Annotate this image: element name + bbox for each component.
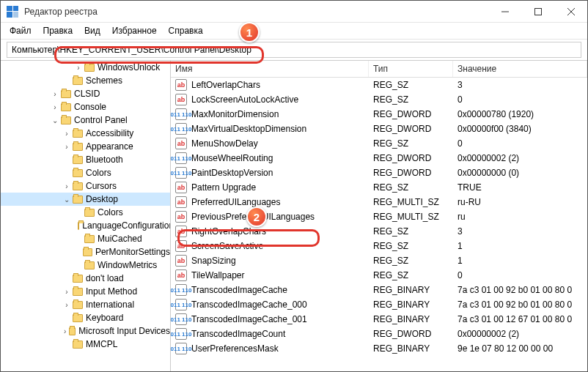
values-pane[interactable]: Имя Тип Значение abLeftOverlapCharsREG_S…	[171, 61, 587, 371]
folder-icon	[73, 156, 83, 164]
menu-favorites[interactable]: Избранное	[108, 24, 161, 37]
tree-item[interactable]: ›CLSID	[1, 87, 170, 100]
value-data: ru-RU	[453, 197, 587, 207]
value-data: 0	[453, 270, 587, 280]
reg-string-icon: ab	[175, 240, 187, 252]
value-row[interactable]: abRightOverlapCharsREG_SZ3	[171, 224, 587, 239]
value-row[interactable]: 011 110PaintDesktopVersionREG_DWORD0x000…	[171, 165, 587, 180]
tree-item[interactable]: ›Appearance	[1, 140, 170, 153]
tree-item[interactable]: ›Keyboard	[1, 311, 170, 324]
value-data: 0x00000780 (1920)	[453, 109, 587, 119]
reg-string-icon: ab	[175, 255, 187, 267]
value-type: REG_SZ	[369, 226, 453, 237]
value-row[interactable]: abLeftOverlapCharsREG_SZ3	[171, 78, 587, 92]
value-type: REG_BINARY	[369, 314, 453, 324]
value-row[interactable]: abPreferredUILanguagesREG_MULTI_SZru-RU	[171, 195, 587, 209]
minimize-button[interactable]	[488, 1, 521, 23]
tree-item[interactable]: ›Colors	[1, 166, 170, 179]
value-row[interactable]: abSnapSizingREG_SZ1	[171, 253, 587, 268]
tree-item-label: Bluetooth	[86, 155, 123, 165]
value-row[interactable]: 011 110TranscodedImageCountREG_DWORD0x00…	[171, 327, 587, 341]
value-data: 3	[453, 226, 587, 237]
tree-item[interactable]: ›don't load	[1, 272, 170, 285]
menu-view[interactable]: Вид	[80, 24, 105, 37]
chevron-down-icon[interactable]: ⌄	[62, 196, 71, 204]
value-type: REG_SZ	[369, 241, 453, 251]
reg-string-icon: ab	[175, 94, 187, 105]
value-type: REG_BINARY	[369, 300, 453, 310]
folder-icon	[61, 116, 71, 124]
value-name: TranscodedImageCache	[191, 285, 287, 295]
tree-item[interactable]: ›Schemes	[1, 74, 170, 87]
menu-file[interactable]: Файл	[5, 24, 36, 37]
value-type: REG_DWORD	[369, 124, 453, 134]
reg-string-icon: ab	[175, 79, 187, 91]
chevron-right-icon[interactable]: ›	[62, 327, 67, 335]
col-type-header[interactable]: Тип	[369, 61, 453, 77]
value-row[interactable]: abPattern UpgradeREG_SZTRUE	[171, 180, 587, 195]
tree-item[interactable]: ›Colors	[1, 206, 170, 219]
value-data: 1	[453, 241, 587, 251]
tree-item[interactable]: ⌄Control Panel	[1, 114, 170, 127]
chevron-right-icon[interactable]: ›	[62, 182, 71, 190]
col-name-header[interactable]: Имя	[171, 61, 369, 77]
reg-binary-icon: 011 110	[175, 284, 187, 296]
tree-item[interactable]: ⌄Desktop	[1, 193, 170, 206]
value-row[interactable]: 011 110TranscodedImageCache_000REG_BINAR…	[171, 297, 587, 312]
chevron-right-icon[interactable]: ›	[51, 103, 59, 111]
tree-item-label: Console	[74, 102, 106, 112]
tree-item[interactable]: ›LanguageConfiguration	[1, 219, 170, 232]
value-row[interactable]: 011 110MouseWheelRoutingREG_DWORD0x00000…	[171, 151, 587, 165]
reg-string-icon: ab	[175, 226, 187, 237]
tree-item[interactable]: ›Accessibility	[1, 127, 170, 140]
value-row[interactable]: abMenuShowDelayREG_SZ0	[171, 136, 587, 151]
tree-item-label: Desktop	[86, 194, 118, 204]
reg-binary-icon: 011 110	[175, 343, 187, 354]
value-row[interactable]: abPreviousPreferredUILanguagesREG_MULTI_…	[171, 209, 587, 224]
value-data: TRUE	[453, 182, 587, 193]
value-row[interactable]: 011 110UserPreferencesMaskREG_BINARY9e 1…	[171, 341, 587, 356]
value-row[interactable]: 011 110MaxVirtualDesktopDimensionREG_DWO…	[171, 122, 587, 136]
value-data: 0	[453, 94, 587, 105]
tree-item[interactable]: ›Bluetooth	[1, 153, 170, 166]
tree-item[interactable]: ›Console	[1, 100, 170, 114]
value-row[interactable]: 011 110TranscodedImageCacheREG_BINARY7a …	[171, 283, 587, 297]
value-row[interactable]: 011 110TranscodedImageCache_001REG_BINAR…	[171, 312, 587, 327]
chevron-right-icon[interactable]: ›	[62, 301, 71, 309]
reg-string-icon: ab	[175, 138, 187, 149]
tree-pane[interactable]: ›WindowsUnlock›Schemes›CLSID›Console⌄Con…	[1, 61, 171, 371]
address-input[interactable]	[7, 42, 581, 58]
tree-item[interactable]: ›Input Method	[1, 285, 170, 298]
reg-string-icon: ab	[175, 182, 187, 193]
value-row[interactable]: abTileWallpaperREG_SZ0	[171, 268, 587, 283]
menu-edit[interactable]: Правка	[39, 24, 78, 37]
tree-item-label: Keyboard	[86, 313, 123, 323]
menu-help[interactable]: Справка	[164, 24, 207, 37]
col-value-header[interactable]: Значение	[453, 61, 587, 77]
folder-icon	[84, 209, 95, 217]
tree-item[interactable]: ›MMCPL	[1, 338, 170, 351]
maximize-button[interactable]	[521, 1, 554, 23]
tree-item[interactable]: ›MuiCached	[1, 232, 170, 245]
tree-item[interactable]: ›WindowMetrics	[1, 258, 170, 272]
chevron-right-icon[interactable]: ›	[51, 90, 59, 98]
tree-item[interactable]: ›International	[1, 298, 170, 311]
chevron-right-icon[interactable]: ›	[62, 130, 71, 138]
chevron-down-icon[interactable]: ⌄	[51, 116, 59, 124]
value-row[interactable]: 011 110MaxMonitorDimensionREG_DWORD0x000…	[171, 107, 587, 122]
reg-string-icon: ab	[175, 269, 187, 281]
value-name: SnapSizing	[191, 256, 236, 266]
tree-item[interactable]: ›WindowsUnlock	[1, 61, 170, 74]
chevron-right-icon[interactable]: ›	[74, 64, 83, 72]
tree-item[interactable]: ›Cursors	[1, 179, 170, 193]
tree-item[interactable]: ›PerMonitorSettings	[1, 245, 170, 258]
tree-item-label: WindowsUnlock	[98, 62, 160, 72]
chevron-right-icon[interactable]: ›	[62, 288, 71, 296]
value-data: 3	[453, 80, 587, 90]
value-type: REG_SZ	[369, 94, 453, 105]
value-row[interactable]: abLockScreenAutoLockActiveREG_SZ0	[171, 92, 587, 107]
close-button[interactable]	[554, 1, 587, 23]
chevron-right-icon[interactable]: ›	[62, 143, 71, 151]
tree-item[interactable]: ›Microsoft Input Devices	[1, 324, 170, 338]
value-row[interactable]: abScreenSaveActiveREG_SZ1	[171, 239, 587, 253]
